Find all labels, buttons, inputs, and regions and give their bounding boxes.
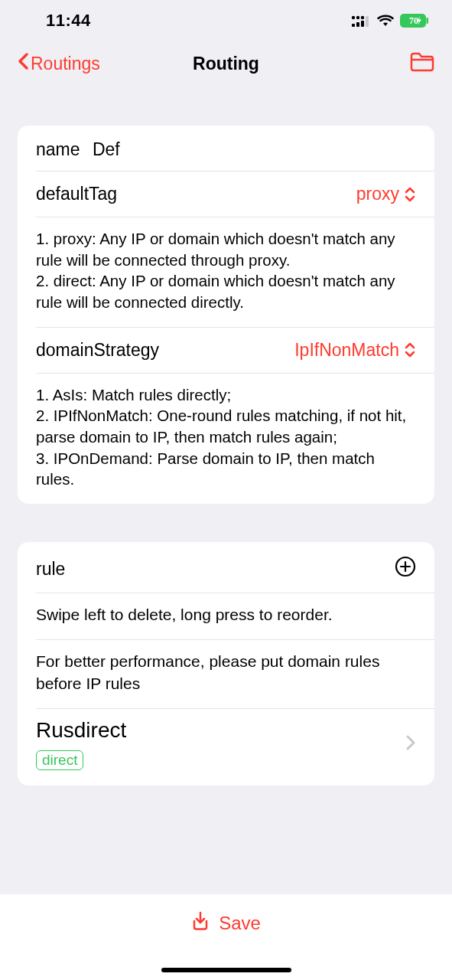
- svg-rect-4: [352, 24, 355, 27]
- svg-point-0: [352, 16, 355, 19]
- folder-button[interactable]: [409, 51, 435, 76]
- nav-bar: Routings Routing: [0, 41, 452, 86]
- cellular-signal-icon: [351, 15, 371, 27]
- plus-circle-icon: [395, 556, 416, 577]
- default-tag-label: defaultTag: [36, 184, 117, 204]
- svg-point-1: [356, 16, 359, 19]
- back-button[interactable]: Routings: [17, 52, 100, 75]
- chevron-up-down-icon: [404, 342, 416, 358]
- svg-rect-6: [361, 21, 364, 27]
- svg-rect-7: [366, 19, 369, 27]
- name-label: name: [36, 139, 80, 159]
- domain-strategy-description: 1. AsIs: Match rules directly; 2. IPIfNo…: [18, 374, 434, 504]
- rule-item[interactable]: Rusdirect direct: [18, 709, 434, 786]
- status-right: 70: [351, 14, 429, 28]
- folder-icon: [409, 51, 435, 73]
- routing-form-section: name Def defaultTag proxy 1. proxy: Any …: [18, 126, 434, 504]
- svg-point-2: [361, 16, 364, 19]
- rule-item-tag: direct: [36, 750, 83, 770]
- home-indicator: [161, 968, 291, 972]
- battery-icon: 70: [400, 14, 429, 28]
- download-icon: [191, 911, 210, 936]
- svg-point-3: [366, 16, 369, 19]
- save-button[interactable]: Save: [191, 911, 261, 936]
- battery-text: 70: [409, 15, 418, 26]
- status-bar: 11:44 70: [0, 0, 452, 41]
- chevron-up-down-icon: [404, 187, 416, 202]
- domain-strategy-value: IpIfNonMatch: [294, 340, 416, 361]
- svg-rect-5: [356, 22, 359, 27]
- default-tag-description: 1. proxy: Any IP or domain which doesn't…: [18, 217, 434, 327]
- chevron-left-icon: [17, 52, 29, 75]
- rule-hint-swipe: Swipe left to delete, long press to reor…: [18, 593, 434, 639]
- domain-strategy-label: domainStrategy: [36, 340, 159, 361]
- rule-hint-performance: For better performance, please put domai…: [18, 640, 434, 708]
- back-label: Routings: [31, 54, 100, 74]
- rule-header-label: rule: [36, 559, 65, 580]
- default-tag-value: proxy: [356, 184, 416, 204]
- svg-rect-9: [427, 18, 429, 24]
- bottom-toolbar: Save: [0, 894, 452, 980]
- rules-section: rule Swipe left to delete, long press to…: [18, 542, 434, 786]
- name-value: Def: [93, 139, 120, 159]
- default-tag-row[interactable]: defaultTag proxy: [18, 172, 434, 217]
- domain-strategy-row[interactable]: domainStrategy IpIfNonMatch: [18, 328, 434, 373]
- name-row[interactable]: name Def: [18, 126, 434, 171]
- chevron-right-icon: [405, 734, 416, 754]
- status-time: 11:44: [24, 11, 91, 31]
- save-label: Save: [219, 913, 261, 934]
- add-rule-button[interactable]: [395, 556, 416, 582]
- wifi-icon: [377, 15, 394, 27]
- rule-item-title: Rusdirect: [36, 718, 126, 743]
